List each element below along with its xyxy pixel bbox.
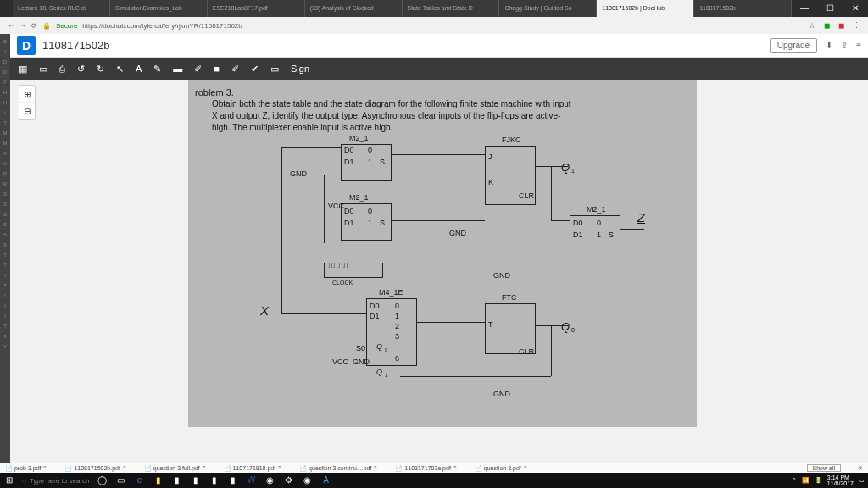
windows-taskbar: ⊞ ○ Type here to search ◯ ▭ e ▮ ▮ ▮ ▮ ▮ … xyxy=(0,473,868,488)
marker-tool[interactable]: ✐ xyxy=(194,64,202,75)
circuit-diagram: M2_1 D0 D1 S 0 1 GND FJKC J K CLR Q 1 M2… xyxy=(231,136,671,417)
notifications-icon[interactable]: ▭ xyxy=(859,477,865,484)
pointer-tool[interactable]: ↖ xyxy=(116,64,124,75)
problem-text: high. The multiplexer enable input is ac… xyxy=(212,123,392,132)
reload-button[interactable]: ⟳ xyxy=(31,22,37,30)
minimize-button[interactable]: — xyxy=(792,0,817,17)
maximize-button[interactable]: ☐ xyxy=(817,0,843,17)
stamp-tool[interactable]: ■ xyxy=(214,64,220,74)
pdf-page: roblem 3. Obtain both the state table an… xyxy=(188,80,697,427)
taskview-icon[interactable]: ▭ xyxy=(115,474,127,486)
zoom-in-button[interactable]: ⊕ xyxy=(19,86,35,103)
tab-active[interactable]: 1108171502b | DocHub xyxy=(597,0,694,17)
download-item[interactable]: 📄 1103171703a.pdf ⌃ xyxy=(395,465,457,472)
problem-text: and the xyxy=(314,99,344,108)
secure-label: Secure xyxy=(56,22,77,30)
forward-button[interactable]: → xyxy=(19,22,26,30)
text-tool[interactable]: A xyxy=(136,64,142,74)
show-all-button[interactable]: Show all xyxy=(807,464,841,472)
tab[interactable]: SimulationExamples_Lab xyxy=(110,0,208,17)
edge-icon[interactable]: e xyxy=(134,474,146,486)
menu-icon[interactable]: ⋮ xyxy=(853,21,860,30)
store-icon[interactable]: ▮ xyxy=(209,474,220,486)
zoom-out-button[interactable]: ⊖ xyxy=(19,103,35,119)
eraser-tool[interactable]: ✐ xyxy=(231,64,239,75)
download-item[interactable]: 📄 prob 3.pdf ⌃ xyxy=(5,465,47,472)
chrome-icon[interactable]: ◉ xyxy=(302,474,314,486)
bookmarks-bar: BIDDFHHITMMOORRSSSSSSTTTTIIITXY xyxy=(0,34,10,463)
wifi-icon[interactable]: 📶 xyxy=(802,477,810,484)
browser-tabs: Lecture 18, Series RLC ci SimulationExam… xyxy=(13,0,792,17)
back-button[interactable]: ← xyxy=(8,22,14,30)
download-item[interactable]: 📄 1108171502b.pdf ⌃ xyxy=(64,465,126,472)
share-icon[interactable]: ⇪ xyxy=(841,41,848,50)
print-icon[interactable]: ⎙ xyxy=(59,64,65,74)
redo-icon[interactable]: ↻ xyxy=(97,64,104,75)
grid-icon[interactable]: ▦ xyxy=(19,64,27,75)
url-text[interactable]: https://dochub.com/tylercaffery/rjkmYR/1… xyxy=(82,22,242,30)
tray-up-icon[interactable]: ⌃ xyxy=(792,477,797,484)
explorer-icon[interactable]: ▮ xyxy=(153,474,164,486)
problem-title: roblem 3. xyxy=(195,86,682,98)
menu-icon[interactable]: ≡ xyxy=(856,41,861,50)
problem-text: X and output Z, identify the output type… xyxy=(212,111,560,120)
problem-text: state diagram xyxy=(344,99,398,108)
pen-tool[interactable]: ✎ xyxy=(153,64,161,75)
download-item[interactable]: 📄 question 3.pdf ⌃ xyxy=(475,465,528,472)
download-item[interactable]: 📄 1107171810.pdf ⌃ xyxy=(224,465,283,472)
search-box[interactable]: ○ Type here to search xyxy=(22,477,90,485)
lock-icon: 🔒 xyxy=(42,22,51,30)
problem-text: Obtain both th xyxy=(212,99,265,108)
app-icon[interactable]: ▮ xyxy=(227,474,239,486)
image-tool[interactable]: ▭ xyxy=(270,64,279,75)
download-item[interactable]: 📄 question 3 continu....pdf ⌃ xyxy=(299,465,378,472)
tab[interactable]: Lecture 18, Series RLC ci xyxy=(13,0,110,17)
start-button[interactable]: ⊞ xyxy=(3,474,15,486)
app-icon[interactable]: ▮ xyxy=(190,474,202,486)
ext-icon[interactable]: ◼ xyxy=(838,21,844,30)
steam-icon[interactable]: ◉ xyxy=(264,474,276,486)
problem-text: for the following finite state machine w… xyxy=(398,99,571,108)
battery-icon[interactable]: 🔋 xyxy=(815,477,822,484)
download-icon[interactable]: ⬇ xyxy=(826,41,832,50)
word-icon[interactable]: W xyxy=(246,474,258,486)
editor-toolbar: ▦ ▭ ⎙ ↺ ↻ ↖ A ✎ ▬ ✐ ■ ✐ ✔ ▭ Sign xyxy=(10,58,868,80)
close-button[interactable]: ✕ xyxy=(843,0,868,17)
clock[interactable]: 3:14 PM11/8/2017 xyxy=(827,474,854,486)
settings-icon[interactable]: ⚙ xyxy=(283,474,295,486)
tab[interactable]: 1108171502b xyxy=(694,0,792,17)
doc-title: 1108171502b xyxy=(42,39,110,52)
problem-text: e state table xyxy=(265,99,314,108)
tab[interactable]: (33) Analysis of Clocked xyxy=(305,0,403,17)
downloads-bar: 📄 prob 3.pdf ⌃ 📄 1108171502b.pdf ⌃ 📄 que… xyxy=(0,463,868,473)
undo-icon[interactable]: ↺ xyxy=(77,64,85,75)
page-icon[interactable]: ▭ xyxy=(39,64,47,75)
tab[interactable]: Chegg Study | Guided So xyxy=(499,0,597,17)
highlight-tool[interactable]: ▬ xyxy=(173,64,182,74)
sign-tool[interactable]: Sign xyxy=(291,64,309,74)
star-icon[interactable]: ☆ xyxy=(809,21,815,30)
ext-icon[interactable]: ◼ xyxy=(824,21,830,30)
upgrade-button[interactable]: Upgrade xyxy=(770,38,817,53)
tab[interactable]: State Tables and State D xyxy=(403,0,500,17)
close-downloads-button[interactable]: ✕ xyxy=(858,465,863,472)
tab[interactable]: ESE218Lab8F17.pdf xyxy=(208,0,305,17)
cortana-icon[interactable]: ◯ xyxy=(97,474,108,486)
app-icon[interactable]: ▮ xyxy=(171,474,183,486)
download-item[interactable]: 📄 question 3 full.pdf ⌃ xyxy=(144,465,207,472)
app-icon[interactable]: A xyxy=(320,474,332,486)
check-tool[interactable]: ✔ xyxy=(251,64,259,75)
dochub-logo: D xyxy=(17,36,36,55)
